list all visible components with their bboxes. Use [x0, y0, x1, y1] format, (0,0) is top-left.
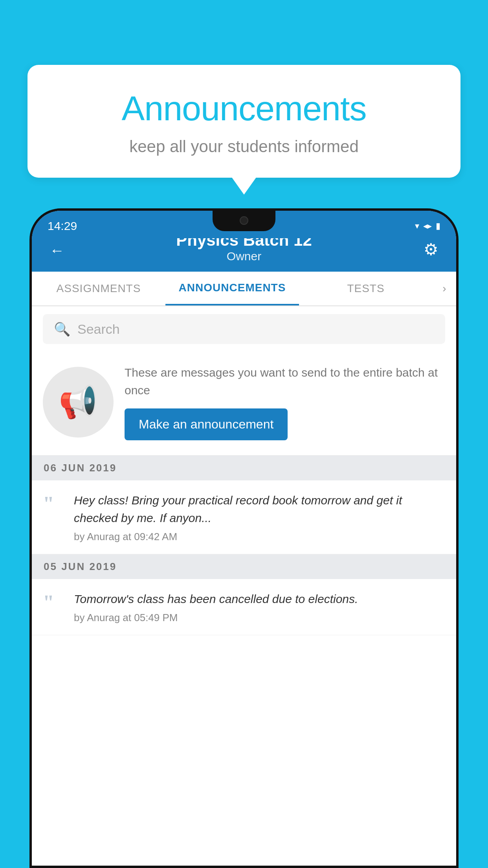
tabs-more[interactable]: ›	[433, 272, 456, 305]
status-icons: ▾ ◂▸ ▮	[415, 221, 440, 231]
announcement-text-block-2: Tomorrow's class has been cancelled due …	[74, 590, 445, 624]
announcement-promo: 📢 These are messages you want to send to…	[32, 352, 456, 456]
promo-icon-circle: 📢	[43, 367, 114, 438]
speech-bubble: Announcements keep all your students inf…	[28, 65, 460, 178]
search-input[interactable]: Search	[77, 322, 120, 337]
announcement-item-2[interactable]: " Tomorrow's class has been cancelled du…	[32, 579, 456, 635]
app-content: 14:29 ▾ ◂▸ ▮ ← Physics Batch 12 Owner ⚙ …	[32, 211, 456, 866]
promo-content: These are messages you want to send to t…	[125, 364, 445, 440]
date-separator-1: 06 JUN 2019	[32, 456, 456, 480]
power-button	[456, 337, 459, 388]
status-time: 14:29	[48, 219, 77, 233]
battery-icon: ▮	[436, 221, 440, 231]
tabs-bar: ASSIGNMENTS ANNOUNCEMENTS TESTS ›	[32, 272, 456, 306]
tab-announcements[interactable]: ANNOUNCEMENTS	[165, 272, 299, 305]
tab-assignments[interactable]: ASSIGNMENTS	[32, 272, 165, 305]
settings-icon[interactable]: ⚙	[420, 236, 442, 263]
quote-icon: "	[43, 494, 64, 514]
phone-frame: 14:29 ▾ ◂▸ ▮ ← Physics Batch 12 Owner ⚙ …	[29, 208, 459, 868]
megaphone-icon: 📢	[59, 384, 98, 421]
search-container: 🔍 Search	[32, 306, 456, 352]
quote-icon-2: "	[43, 592, 64, 613]
speech-bubble-container: Announcements keep all your students inf…	[28, 65, 460, 195]
promo-description: These are messages you want to send to t…	[125, 364, 445, 399]
wifi-icon: ▾	[415, 221, 419, 231]
tab-tests[interactable]: TESTS	[299, 272, 433, 305]
notch	[213, 211, 275, 231]
announcement-item-1[interactable]: " Hey class! Bring your practical record…	[32, 480, 456, 554]
announcement-text-block-1: Hey class! Bring your practical record b…	[74, 491, 445, 543]
camera	[240, 216, 248, 225]
bubble-title: Announcements	[51, 88, 437, 129]
search-icon: 🔍	[54, 321, 70, 337]
announcement-text-1: Hey class! Bring your practical record b…	[74, 491, 445, 527]
bubble-subtitle: keep all your students informed	[51, 137, 437, 156]
speech-bubble-tail	[231, 177, 257, 195]
announcement-meta-2: by Anurag at 05:49 PM	[74, 612, 445, 624]
back-button[interactable]: ←	[46, 238, 68, 263]
make-announcement-button[interactable]: Make an announcement	[125, 408, 288, 440]
announcement-meta-1: by Anurag at 09:42 AM	[74, 531, 445, 543]
signal-icon: ◂▸	[423, 221, 432, 231]
search-bar[interactable]: 🔍 Search	[43, 314, 445, 344]
announcement-text-2: Tomorrow's class has been cancelled due …	[74, 590, 445, 608]
date-separator-2: 05 JUN 2019	[32, 554, 456, 579]
header-subtitle: Owner	[68, 250, 420, 263]
